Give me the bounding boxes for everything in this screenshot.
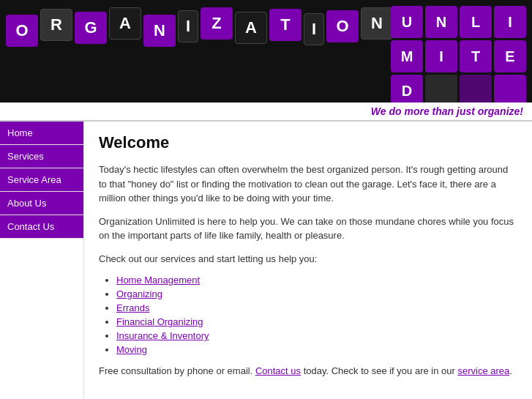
list-item: Financial Organizing	[116, 316, 517, 327]
utile-M: M	[391, 40, 423, 72]
tile-N2: N	[361, 7, 393, 40]
tile-A2: A	[235, 12, 267, 44]
services-list: Home Management Organizing Errands Finan…	[116, 275, 517, 355]
footer-text-after: today. Check to see if you are in our	[301, 365, 457, 376]
sidebar: Home Services Service Area About Us Cont…	[0, 122, 84, 399]
utile-sq2	[460, 75, 492, 102]
utile-I: I	[494, 6, 526, 38]
utile-U: U	[391, 6, 423, 38]
tile-I2: I	[304, 13, 324, 45]
list-item: Home Management	[116, 275, 517, 286]
utile-sq3	[494, 75, 526, 102]
service-link-home-management[interactable]: Home Management	[116, 275, 200, 286]
sidebar-item-services[interactable]: Services	[0, 145, 83, 168]
sidebar-item-home[interactable]: Home	[0, 122, 83, 145]
tile-R: R	[40, 9, 72, 41]
sidebar-item-about[interactable]: About Us	[0, 192, 83, 215]
tile-A: A	[109, 7, 141, 40]
footer-para: Free consultation by phone or email. Con…	[99, 364, 517, 379]
contact-link[interactable]: Contact us	[255, 365, 301, 376]
utile-N: N	[425, 6, 457, 38]
service-area-link[interactable]: service area	[457, 365, 509, 376]
main-content: Welcome Today's hectic lifestyles can of…	[84, 122, 532, 399]
utile-L: L	[460, 6, 492, 38]
tile-T: T	[269, 9, 301, 41]
tile-Z: Z	[201, 7, 233, 40]
utile-D: D	[391, 75, 423, 102]
page-layout: Home Services Service Area About Us Cont…	[0, 122, 532, 399]
utile-I2: I	[425, 40, 457, 72]
intro-para2: Organization Unlimited is here to help y…	[99, 215, 517, 243]
sidebar-item-contact[interactable]: Contact Us	[0, 215, 83, 239]
tile-N: N	[143, 15, 176, 47]
service-link-financial[interactable]: Financial Organizing	[116, 316, 203, 327]
intro-para1: Today's hectic lifestyles can often over…	[99, 163, 517, 206]
tagline-text: We do more than just organize!	[371, 105, 523, 117]
sidebar-item-service-area[interactable]: Service Area	[0, 168, 83, 192]
list-item: Insurance & Inventory	[116, 330, 517, 341]
services-intro: Check out our services and start letting…	[99, 252, 517, 266]
tile-G: G	[75, 12, 107, 44]
logo-unlimited: U N L I M I T E D	[391, 6, 526, 102]
service-link-errands[interactable]: Errands	[116, 302, 150, 313]
utile-T: T	[460, 40, 492, 72]
list-item: Moving	[116, 344, 517, 355]
service-link-organizing[interactable]: Organizing	[116, 288, 162, 299]
footer-text-end: .	[509, 365, 512, 376]
service-link-insurance[interactable]: Insurance & Inventory	[116, 330, 209, 341]
footer-text-before: Free consultation by phone or email.	[99, 365, 255, 376]
list-item: Organizing	[116, 288, 517, 299]
utile-E: E	[494, 40, 526, 72]
tile-O: O	[6, 15, 38, 47]
utile-sq1	[425, 75, 457, 102]
logo-organization: O R G A N I Z A T I O N	[6, 7, 393, 47]
list-item: Errands	[116, 302, 517, 313]
page-title: Welcome	[99, 133, 517, 152]
tile-O2: O	[326, 10, 359, 42]
tagline-bar: We do more than just organize!	[0, 102, 532, 122]
service-link-moving[interactable]: Moving	[116, 344, 147, 355]
tile-I: I	[178, 10, 198, 42]
header: O R G A N I Z A T I O N U	[0, 0, 532, 102]
